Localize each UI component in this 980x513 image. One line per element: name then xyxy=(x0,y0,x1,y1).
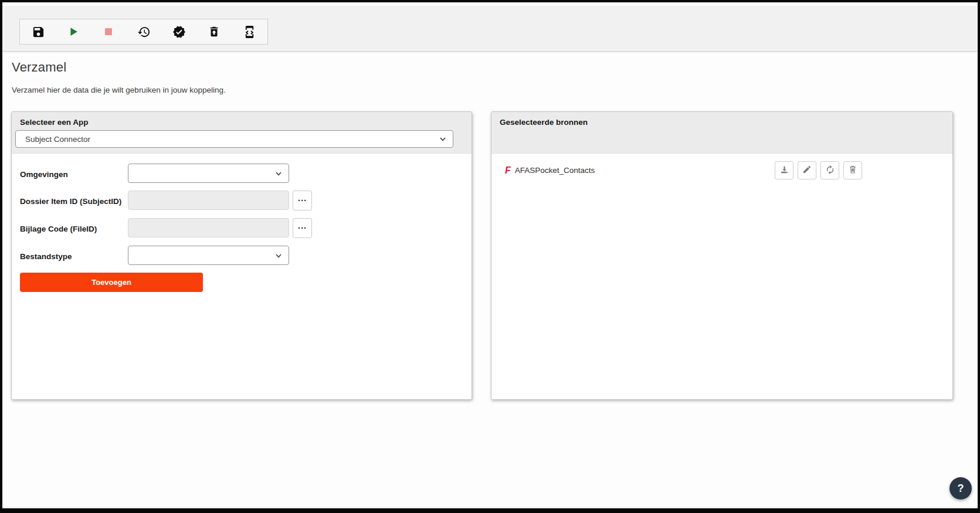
history-button[interactable] xyxy=(135,23,152,40)
bestandstype-select[interactable] xyxy=(128,246,289,265)
omgevingen-label: Omgevingen xyxy=(20,164,128,181)
download-icon xyxy=(779,165,789,176)
collect-panel: Selecteer een App Subject Connector Omge… xyxy=(11,111,472,400)
bestandstype-label: Bestandstype xyxy=(20,246,128,263)
stop-button[interactable] xyxy=(100,23,117,40)
refresh-source-button[interactable] xyxy=(820,161,839,179)
selected-sources-panel: Geselecteerde bronnen F AFASPocket_Conta… xyxy=(491,111,953,400)
selected-sources-title: Geselecteerde bronnen xyxy=(500,118,944,127)
bijlage-code-label: Bijlage Code (FileID) xyxy=(20,218,128,236)
chevron-down-icon xyxy=(274,169,283,179)
source-name: AFASPocket_Contacts xyxy=(515,166,595,175)
collect-panel-title: Selecteer een App xyxy=(20,118,463,127)
bijlage-code-picker-button[interactable]: ... xyxy=(293,218,312,238)
page-title: Verzamel xyxy=(12,60,66,75)
source-row: F AFASPocket_Contacts xyxy=(491,154,952,179)
chevron-down-icon xyxy=(439,135,447,145)
code-button[interactable] xyxy=(240,23,258,40)
dossier-item-id-input[interactable] xyxy=(128,191,289,210)
validate-button[interactable] xyxy=(170,23,188,40)
selected-sources-header: Geselecteerde bronnen xyxy=(491,112,952,154)
delete-button[interactable] xyxy=(205,23,223,40)
play-icon xyxy=(67,25,80,38)
restore-trash-icon xyxy=(208,25,221,38)
bijlage-code-input[interactable] xyxy=(128,218,289,237)
help-button[interactable]: ? xyxy=(950,477,972,500)
toolbar xyxy=(19,19,268,45)
stop-icon xyxy=(102,25,115,38)
toolbar-band xyxy=(2,6,978,52)
delete-source-button[interactable] xyxy=(843,161,862,179)
run-button[interactable] xyxy=(65,23,82,40)
app-select-value: Subject Connector xyxy=(25,135,90,144)
source-actions xyxy=(775,161,862,179)
refresh-icon xyxy=(825,165,835,176)
floppy-disk-icon xyxy=(32,25,45,39)
afas-logo-icon: F xyxy=(505,165,511,176)
developer-code-icon xyxy=(243,25,256,39)
edit-source-button[interactable] xyxy=(798,161,816,179)
omgevingen-select[interactable] xyxy=(128,164,289,183)
app-select[interactable]: Subject Connector xyxy=(15,130,453,148)
form-row-omgevingen: Omgevingen xyxy=(20,164,463,183)
trash-icon xyxy=(848,165,857,176)
form-row-dossier-item-id: Dossier Item ID (SubjectID) ... xyxy=(20,191,463,210)
save-button[interactable] xyxy=(29,23,47,40)
dossier-item-id-picker-button[interactable]: ... xyxy=(293,191,312,210)
chevron-down-icon xyxy=(274,252,283,261)
collect-form: Omgevingen Dossier Item ID (SubjectID) .… xyxy=(12,154,472,292)
page-subtitle: Verzamel hier de data die je wilt gebrui… xyxy=(12,86,226,94)
form-row-bestandstype: Bestandstype xyxy=(20,246,463,265)
verified-badge-icon xyxy=(172,25,186,39)
dossier-item-id-label: Dossier Item ID (SubjectID) xyxy=(20,191,128,208)
download-source-button[interactable] xyxy=(775,161,794,179)
form-row-bijlage-code: Bijlage Code (FileID) ... xyxy=(20,218,463,238)
pencil-icon xyxy=(802,165,812,176)
toevoegen-button[interactable]: Toevoegen xyxy=(20,273,203,292)
app-window: Verzamel Verzamel hier de data die je wi… xyxy=(0,0,980,513)
collect-panel-header: Selecteer een App Subject Connector xyxy=(12,112,472,154)
history-clock-icon xyxy=(137,25,151,39)
